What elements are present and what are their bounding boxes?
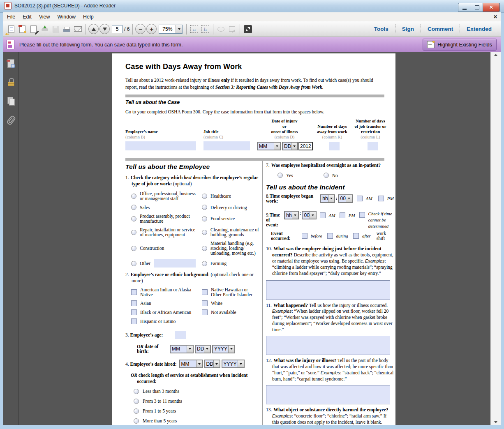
job-title-field[interactable] [203,141,250,150]
zoom-level-select[interactable]: 75% [159,25,183,34]
radio-option[interactable]: Farming [202,259,259,268]
zoom-in-button[interactable]: + [146,23,157,35]
employee-age-field[interactable] [175,331,186,339]
email-icon[interactable] [72,23,83,35]
scroll-down-icon[interactable] [491,421,501,423]
fit-page-icon[interactable]: ↔↔ [200,23,211,35]
close-button[interactable]: ✕ [483,3,500,12]
fullscreen-icon[interactable] [242,23,253,35]
checkbox-option[interactable]: Native Hawaiian or Other Pacific Islande… [202,287,259,297]
what-happened-textarea[interactable] [266,336,390,355]
extended-pane-button[interactable]: Extended [460,24,498,34]
question-4: 4. Employee’s date hired: MM DD YYYY [125,360,259,368]
intro-paragraph: Tell us about a 2012 work-related injury… [125,77,384,90]
checkbox-option[interactable]: PM [378,196,394,201]
print-icon[interactable] [61,23,72,35]
page-number-input[interactable]: 5 [112,25,123,33]
menu-view[interactable]: View [35,13,54,21]
radio-option[interactable]: No [324,173,338,178]
fit-width-icon[interactable]: ↔ [189,23,200,35]
event-minute-select[interactable]: 00 [302,211,316,219]
injury-year-field[interactable]: 2012 [298,142,313,150]
next-page-button[interactable] [99,23,110,35]
checkbox-option[interactable]: AM [357,196,372,201]
radio-option[interactable]: Delivery or driving [202,205,259,210]
previous-page-button[interactable] [88,23,99,35]
attachments-paperclip-icon[interactable] [6,115,16,125]
zoom-out-button[interactable]: − [135,23,146,35]
checkbox-option[interactable]: during [327,233,348,239]
comment-bubble-icon[interactable] [215,23,227,35]
radio-option[interactable]: From 1 to 5 years [134,408,259,414]
checkbox-option[interactable]: after [353,233,371,239]
security-lock-icon[interactable] [6,77,16,88]
birth-year-select[interactable]: YYYY [212,345,235,353]
injury-description-textarea[interactable] [266,385,390,404]
page-thumbnails-icon[interactable] [6,58,16,69]
injury-month-select[interactable]: MM [257,142,281,150]
upload-cloud-icon[interactable] [39,23,50,35]
radio-option[interactable]: Repair, installation or service of machi… [131,227,199,237]
other-category-field[interactable] [154,259,196,268]
tools-pane-button[interactable]: Tools [368,24,395,34]
activity-description-textarea[interactable] [266,280,390,300]
radio-option[interactable]: Sales [131,205,199,210]
radio-option[interactable]: Office, professional, business or manage… [131,191,199,201]
radio-icon [131,246,136,251]
birth-month-select[interactable]: MM [170,345,194,353]
began-work-minute-select[interactable]: 00 [338,194,352,203]
open-file-icon[interactable] [6,23,17,35]
menu-edit[interactable]: Edit [19,13,35,21]
checkbox-option[interactable]: Black or African American [131,309,199,315]
highlight-fields-button[interactable]: Highlight Existing Fields [423,39,497,51]
menu-window[interactable]: Window [54,13,79,21]
fill-sign-icon[interactable] [28,23,39,35]
event-hour-select[interactable]: hh [284,211,298,219]
hired-day-select[interactable]: DD [204,360,220,368]
radio-option[interactable]: Food service [202,214,259,224]
checkbox-option[interactable]: AM [320,212,335,218]
checkbox-option[interactable]: Hispanic or Latino [131,318,199,324]
checkbox-option[interactable]: White [202,300,259,306]
employee-name-field[interactable] [125,141,196,150]
radio-option[interactable]: Product assembly, product manufacture [131,214,199,224]
checkbox-option[interactable]: Asian [131,300,199,306]
radio-option[interactable]: More than 5 years [134,418,259,424]
minimize-button[interactable] [458,3,471,12]
menu-file[interactable]: File [3,13,19,21]
save-icon[interactable] [50,23,61,35]
pages-panel-icon[interactable] [6,96,16,106]
radio-option[interactable]: Material handling (e.g. stocking, loadin… [202,241,259,256]
text-callout-icon[interactable] [227,23,238,35]
radio-icon [202,261,207,266]
job-transfer-days-field[interactable] [368,142,378,150]
menu-help[interactable]: Help [79,13,97,21]
scroll-up-icon[interactable] [491,54,501,56]
checkbox-option[interactable]: Check if time cannot be determined [359,211,394,229]
hired-year-select[interactable]: YYYY [222,360,245,368]
radio-option[interactable]: Yes [277,173,293,178]
began-work-hour-select[interactable]: hh [320,194,335,203]
radio-option-other[interactable]: Other [131,259,199,268]
hired-month-select[interactable]: MM [179,360,203,368]
create-pdf-icon[interactable] [17,23,28,35]
checkbox-option[interactable]: before [302,233,322,239]
radio-option[interactable]: Less than 3 months [134,389,259,394]
minimize-icon [462,9,467,10]
radio-option[interactable]: Healthcare [202,191,259,201]
menubar-close-icon[interactable]: ✕ [493,14,497,20]
restore-button[interactable] [471,3,483,12]
radio-option[interactable]: From 3 to 11 months [134,399,259,404]
checkbox-option[interactable]: PM [340,212,355,218]
checkbox-icon [327,233,333,239]
checkbox-option[interactable]: American Indian or Alaska Native [131,287,199,297]
sign-pane-button[interactable]: Sign [395,24,421,34]
injury-day-select[interactable]: DD [282,142,298,150]
comment-pane-button[interactable]: Comment [421,24,460,34]
radio-option[interactable]: Construction [131,241,199,256]
days-away-field[interactable] [329,142,340,150]
birth-day-select[interactable]: DD [195,345,211,353]
radio-option[interactable]: Cleaning, maintenance of building, groun… [202,227,259,237]
vertical-scrollbar[interactable] [490,52,501,425]
checkbox-option[interactable]: Not available [202,309,259,315]
